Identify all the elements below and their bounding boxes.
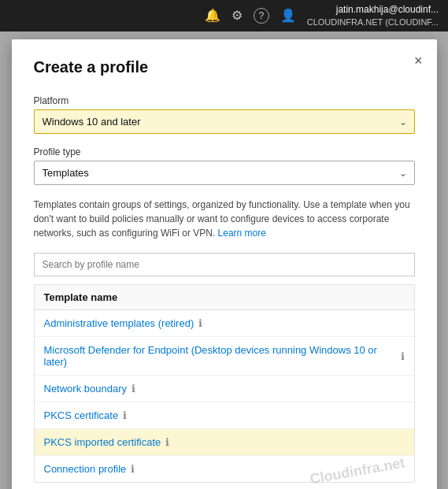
platform-select[interactable]: Windows 10 and later (34, 109, 415, 134)
learn-more-link[interactable]: Learn more (218, 228, 266, 239)
template-column-header: Template name (35, 285, 414, 310)
bell-icon[interactable]: 🔔 (205, 8, 220, 23)
description-text: Templates contain groups of settings, or… (34, 198, 415, 240)
username-text: jatin.makhija@cloudinf... (336, 4, 439, 17)
user-info: jatin.makhija@cloudinf... CLOUDINFRA.NET… (307, 4, 439, 28)
info-icon[interactable]: ℹ (123, 409, 127, 421)
create-profile-modal: Create a profile × Platform Windows 10 a… (12, 39, 437, 489)
template-item[interactable]: PKCS imported certificateℹ (35, 429, 414, 456)
top-bar-icons: 🔔 ⚙ ? 👤 jatin.makhija@cloudinf... CLOUDI… (205, 4, 439, 28)
template-item[interactable]: Network boundaryℹ (35, 376, 414, 402)
modal-title: Create a profile (34, 58, 415, 76)
template-item[interactable]: PKCS certificateℹ (35, 402, 414, 429)
info-icon[interactable]: ℹ (401, 350, 405, 362)
template-item-label: Microsoft Defender for Endpoint (Desktop… (44, 344, 396, 368)
search-input[interactable] (34, 253, 415, 276)
template-item-label: Network boundary (44, 383, 128, 395)
info-icon[interactable]: ℹ (165, 436, 169, 448)
info-icon[interactable]: ℹ (131, 383, 135, 395)
template-item-label: Connection profile (44, 463, 127, 475)
profile-type-select[interactable]: Templates (34, 161, 415, 185)
template-item[interactable]: Microsoft Defender for Endpoint (Desktop… (35, 337, 414, 376)
profile-type-label: Profile type (34, 146, 415, 157)
gear-icon[interactable]: ⚙ (231, 8, 243, 23)
template-item[interactable]: Administrative templates (retired)ℹ (35, 310, 414, 337)
template-item[interactable]: Connection profileℹ (35, 456, 414, 482)
info-icon[interactable]: ℹ (131, 463, 135, 475)
help-icon[interactable]: ? (254, 8, 269, 24)
platform-label: Platform (34, 95, 415, 106)
tenant-text: CLOUDINFRA.NET (CLOUDINF... (307, 17, 439, 28)
template-item-label: PKCS imported certificate (44, 436, 161, 448)
template-item-label: PKCS certificate (44, 409, 119, 421)
info-icon[interactable]: ℹ (198, 317, 202, 329)
template-list: Template name Administrative templates (… (34, 284, 415, 483)
template-item-label: Administrative templates (retired) (44, 317, 194, 329)
close-button[interactable]: × (414, 54, 423, 68)
profile-type-select-wrapper: Templates ⌄ (34, 161, 415, 185)
platform-select-wrapper: Windows 10 and later ⌄ (34, 109, 415, 134)
user-icon[interactable]: 👤 (280, 8, 296, 23)
modal-overlay: Create a profile × Platform Windows 10 a… (0, 31, 448, 489)
top-navigation-bar: 🔔 ⚙ ? 👤 jatin.makhija@cloudinf... CLOUDI… (0, 0, 448, 31)
